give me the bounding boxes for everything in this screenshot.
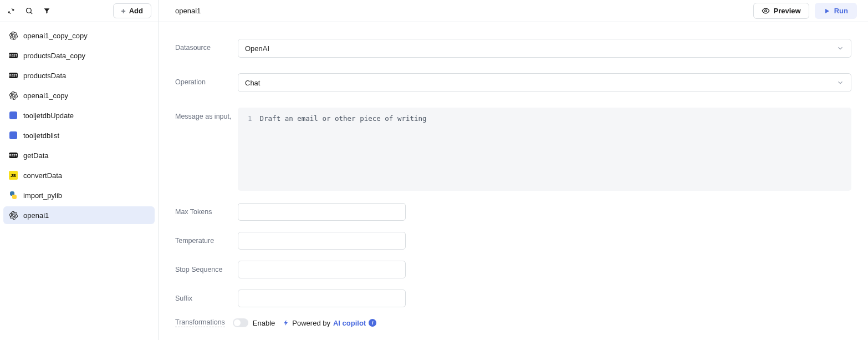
chevron-down-icon <box>836 44 844 52</box>
main-panel: openai1 Preview Run Datasource OpenAI Op <box>159 0 868 340</box>
plus-icon: + <box>121 7 126 15</box>
stop-sequence-label: Stop Sequence <box>175 266 238 273</box>
rest-api-icon: REST <box>9 71 18 80</box>
sidebar-item-label: productsData <box>23 72 66 80</box>
operation-value: Chat <box>245 79 260 87</box>
enable-label: Enable <box>253 319 275 327</box>
info-icon[interactable]: i <box>369 319 376 327</box>
sidebar-item-label: openai1_copy <box>23 92 68 100</box>
sidebar-item-openai1_copy_copy[interactable]: openai1_copy_copy <box>3 27 155 44</box>
add-button[interactable]: + Add <box>113 3 151 18</box>
openai-icon <box>9 211 18 220</box>
preview-button-label: Preview <box>774 7 801 15</box>
transformations-label: Transformations <box>175 318 225 327</box>
chevron-down-icon <box>836 79 844 87</box>
database-icon <box>9 131 18 140</box>
max-tokens-input[interactable] <box>238 203 406 221</box>
suffix-label: Suffix <box>175 295 238 302</box>
main-body: Datasource OpenAI Operation Chat Message… <box>159 22 868 340</box>
sidebar-item-label: import_pylib <box>23 191 62 200</box>
collapse-icon[interactable] <box>7 7 16 16</box>
rest-api-icon: REST <box>9 151 18 160</box>
sidebar-item-import_pylib[interactable]: import_pylib <box>3 186 155 204</box>
bolt-icon <box>283 319 289 327</box>
add-button-label: Add <box>129 7 143 15</box>
sidebar-item-openai1[interactable]: openai1 <box>3 206 155 224</box>
sidebar-item-label: tooljetdblist <box>23 131 59 140</box>
max-tokens-label: Max Tokens <box>175 208 238 216</box>
stop-sequence-input[interactable] <box>238 261 406 278</box>
enable-toggle[interactable] <box>233 318 248 327</box>
play-icon <box>824 8 830 14</box>
message-value: Draft an email or other piece of writing <box>260 114 427 184</box>
sidebar-item-tooljetdblist[interactable]: tooljetdblist <box>3 126 155 144</box>
sidebar-header: + Add <box>0 0 158 22</box>
filter-icon[interactable] <box>42 7 51 16</box>
transformations-row: Transformations Enable Powered by AI cop… <box>175 318 851 327</box>
sidebar-item-label: convertData <box>23 171 62 180</box>
sidebar-item-label: openai1_copy_copy <box>23 32 88 40</box>
sidebar-item-label: getData <box>23 151 49 160</box>
sidebar-item-openai1_copy[interactable]: openai1_copy <box>3 87 155 104</box>
sidebar-item-convertData[interactable]: JSconvertData <box>3 166 155 184</box>
openai-icon <box>9 91 18 100</box>
search-icon[interactable] <box>24 7 33 16</box>
sidebar-item-label: productsData_copy <box>23 52 85 60</box>
datasource-label: Datasource <box>175 39 238 52</box>
svg-point-2 <box>764 10 767 12</box>
sidebar-item-label: tooljetdbUpdate <box>23 111 74 120</box>
run-button-label: Run <box>834 7 848 15</box>
operation-select[interactable]: Chat <box>238 73 851 92</box>
sidebar-item-label: openai1 <box>23 211 49 220</box>
suffix-input[interactable] <box>238 290 406 307</box>
line-number: 1 <box>248 114 252 184</box>
powered-by-text: Powered by <box>292 319 330 327</box>
temperature-input[interactable] <box>238 232 406 250</box>
sidebar-item-tooljetdbUpdate[interactable]: tooljetdbUpdate <box>3 106 155 124</box>
eye-icon <box>762 7 770 15</box>
run-button[interactable]: Run <box>815 3 857 19</box>
svg-line-1 <box>30 12 32 14</box>
datasource-value: OpenAI <box>245 44 269 53</box>
sidebar-list: openai1_copy_copyRESTproductsData_copyRE… <box>0 22 158 340</box>
copilot-link[interactable]: AI copilot <box>333 319 366 327</box>
preview-button[interactable]: Preview <box>753 3 809 19</box>
javascript-icon: JS <box>9 171 18 180</box>
sidebar-item-productsData[interactable]: RESTproductsData <box>3 67 155 84</box>
message-label: Message as input, <box>175 108 238 120</box>
database-icon <box>9 111 18 120</box>
temperature-label: Temperature <box>175 237 238 245</box>
sidebar-item-productsData_copy[interactable]: RESTproductsData_copy <box>3 47 155 64</box>
svg-point-0 <box>26 8 31 13</box>
python-icon <box>9 191 18 200</box>
datasource-select[interactable]: OpenAI <box>238 39 851 58</box>
page-title: openai1 <box>175 7 201 15</box>
rest-api-icon: REST <box>9 51 18 60</box>
message-input[interactable]: 1 Draft an email or other piece of writi… <box>238 108 851 191</box>
operation-label: Operation <box>175 73 238 86</box>
openai-icon <box>9 31 18 40</box>
sidebar-item-getData[interactable]: RESTgetData <box>3 146 155 164</box>
sidebar: + Add openai1_copy_copyRESTproductsData_… <box>0 0 159 340</box>
main-header: openai1 Preview Run <box>159 0 868 22</box>
